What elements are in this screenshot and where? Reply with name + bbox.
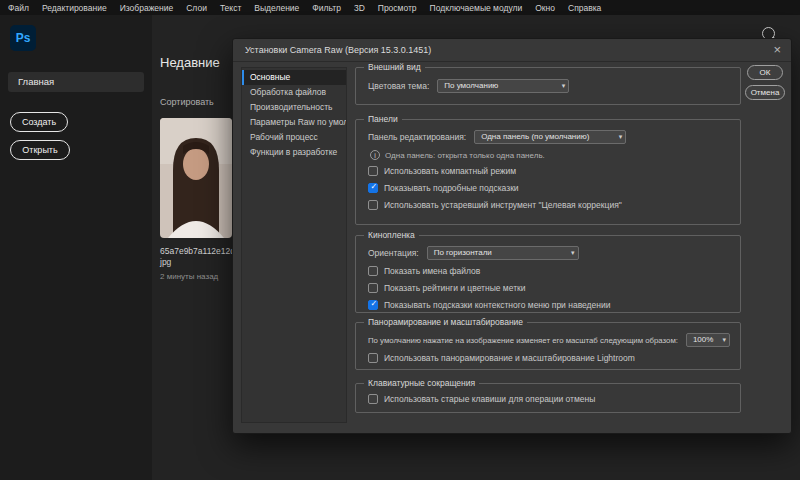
dialog-nav-item[interactable]: Обработка файлов: [242, 85, 346, 100]
dialog-nav-item[interactable]: Функции в разработке: [242, 145, 346, 160]
checkbox[interactable]: [368, 300, 378, 310]
panels-group: Панели Панель редактирования: Одна панел…: [355, 119, 741, 225]
edit-panel-select[interactable]: Одна панель (по умолчанию) ▾: [474, 130, 626, 144]
menu-item[interactable]: Редактирование: [42, 3, 107, 13]
group-legend: Кинопленка: [364, 230, 419, 240]
group-legend: Внешний вид: [364, 62, 425, 72]
dialog-nav: Основные Обработка файлов Производительн…: [241, 67, 347, 423]
group-legend: Панорамирование и масштабирование: [364, 317, 527, 327]
checkbox-label: Использовать панорамирование и масштабир…: [384, 353, 635, 363]
chevron-down-icon: ▾: [562, 80, 566, 92]
photo-thumbnail[interactable]: [160, 118, 232, 238]
checkbox[interactable]: [368, 200, 378, 210]
create-button[interactable]: Создать: [10, 112, 68, 132]
dialog-nav-item-label: Функции в разработке: [250, 147, 337, 157]
cancel-button[interactable]: Отмена: [745, 85, 785, 100]
checkbox-row[interactable]: Показывать подсказки контекстного меню п…: [368, 298, 730, 311]
select-value: По умолчанию: [444, 81, 498, 90]
select-value: 100%: [693, 335, 713, 344]
checkbox-label: Использовать старые клавиши для операции…: [384, 394, 595, 404]
zoom-checkboxes: Использовать панорамирование и масштабир…: [356, 351, 740, 364]
dialog-nav-item-label: Обработка файлов: [250, 87, 326, 97]
checkbox-row[interactable]: Показать рейтинги и цветные метки: [368, 281, 730, 294]
group-legend: Панели: [364, 114, 402, 124]
checkbox[interactable]: [368, 166, 378, 176]
menu-item[interactable]: Текст: [220, 3, 241, 13]
dialog-nav-item-label: Параметры Raw по умолчанию: [250, 117, 346, 127]
checkbox-row[interactable]: Использовать компактный режим: [368, 164, 730, 177]
filmstrip-checkboxes: Показать имена файлов Показать рейтинги …: [356, 264, 740, 311]
camera-raw-preferences-dialog: Установки Camera Raw (Версия 15.3.0.1451…: [232, 38, 792, 434]
dialog-nav-item-label: Основные: [250, 72, 290, 82]
shortcuts-checkboxes: Использовать старые клавиши для операции…: [356, 392, 740, 405]
photoshop-logo[interactable]: Ps: [10, 25, 36, 51]
ok-button[interactable]: ОК: [747, 65, 783, 80]
dialog-titlebar[interactable]: Установки Camera Raw (Версия 15.3.0.1451…: [233, 39, 791, 62]
checkbox-row[interactable]: Использовать панорамирование и масштабир…: [368, 351, 730, 364]
menu-item[interactable]: Изображение: [120, 3, 174, 13]
menu-item[interactable]: Файл: [8, 3, 29, 13]
edit-panel-label: Панель редактирования:: [368, 132, 466, 142]
panels-info-text: Одна панель: открыта только одна панель.: [385, 151, 545, 160]
close-icon[interactable]: ×: [773, 42, 781, 57]
file-extension[interactable]: jpg: [160, 257, 171, 267]
menu-item[interactable]: Окно: [535, 3, 555, 13]
chevron-down-icon: ▾: [571, 247, 575, 259]
checkbox[interactable]: [368, 283, 378, 293]
menu-item[interactable]: Справка: [568, 3, 601, 13]
checkbox-label: Показывать подробные подсказки: [384, 183, 519, 193]
open-button[interactable]: Открыть: [10, 140, 70, 160]
checkbox-label: Показать имена файлов: [384, 266, 480, 276]
orientation-select[interactable]: По горизонтали ▾: [427, 246, 579, 260]
menu-item[interactable]: Слои: [186, 3, 207, 13]
menu-item[interactable]: Просмотр: [378, 3, 417, 13]
photoshop-window: Файл Редактирование Изображение Слои Тек…: [0, 0, 800, 480]
select-value: По горизонтали: [434, 248, 492, 257]
checkbox-row[interactable]: Показать имена файлов: [368, 264, 730, 277]
zoom-group: Панорамирование и масштабирование По умо…: [355, 322, 741, 370]
checkbox-label: Показывать подсказки контекстного меню п…: [384, 300, 610, 310]
dialog-nav-item-label: Рабочий процесс: [250, 132, 318, 142]
checkbox[interactable]: [368, 394, 378, 404]
group-legend: Клавиатурные сокращения: [364, 378, 479, 388]
shortcuts-group: Клавиатурные сокращения Использовать ста…: [355, 383, 741, 413]
checkbox-row[interactable]: Использовать старые клавиши для операции…: [368, 392, 730, 405]
menu-item[interactable]: Подключаемые модули: [430, 3, 523, 13]
dialog-nav-item[interactable]: Параметры Raw по умолчанию: [242, 115, 346, 130]
chevron-down-icon: ▾: [619, 131, 623, 143]
checkbox[interactable]: [368, 353, 378, 363]
checkbox-label: Использовать компактный режим: [384, 166, 516, 176]
color-theme-label: Цветовая тема:: [368, 81, 429, 91]
checkbox-label: Показать рейтинги и цветные метки: [384, 283, 526, 293]
recent-heading: Недавние: [160, 55, 220, 70]
portrait-image: [160, 118, 232, 238]
appearance-group: Внешний вид Цветовая тема: По умолчанию …: [355, 67, 741, 105]
menu-items: Файл Редактирование Изображение Слои Тек…: [8, 3, 601, 13]
color-theme-select[interactable]: По умолчанию ▾: [437, 79, 569, 93]
checkbox-label: Использовать устаревший инструмент "Целе…: [384, 200, 622, 210]
chevron-down-icon: ▾: [722, 334, 726, 346]
filmstrip-group: Кинопленка Ориентация: По горизонтали ▾ …: [355, 235, 741, 313]
dialog-nav-item[interactable]: Производительность: [242, 100, 346, 115]
menu-item[interactable]: Выделение: [254, 3, 299, 13]
checkbox[interactable]: [368, 266, 378, 276]
menu-item[interactable]: Фильтр: [312, 3, 341, 13]
zoom-row-label: По умолчанию нажатие на изображение изме…: [368, 336, 678, 345]
zoom-select[interactable]: 100% ▾: [686, 333, 730, 347]
select-value: Одна панель (по умолчанию): [481, 132, 589, 141]
dialog-nav-item-label: Производительность: [250, 102, 333, 112]
file-timestamp: 2 минуты назад: [160, 272, 218, 281]
dialog-title: Установки Camera Raw (Версия 15.3.0.1451…: [245, 45, 431, 55]
dialog-nav-item[interactable]: Рабочий процесс: [242, 130, 346, 145]
sidebar-item-home[interactable]: Главная: [8, 72, 144, 92]
checkbox-row[interactable]: Показывать подробные подсказки: [368, 181, 730, 194]
panels-checkboxes: Использовать компактный режим Показывать…: [356, 164, 740, 211]
checkbox[interactable]: [368, 183, 378, 193]
checkbox-row[interactable]: Использовать устаревший инструмент "Целе…: [368, 198, 730, 211]
dialog-nav-item[interactable]: Основные: [242, 70, 346, 85]
info-icon: i: [370, 150, 380, 160]
menu-bar: Файл Редактирование Изображение Слои Тек…: [0, 0, 800, 15]
menu-item[interactable]: 3D: [354, 3, 365, 13]
sort-control[interactable]: Сортировать: [160, 97, 214, 107]
orientation-label: Ориентация:: [368, 248, 419, 258]
